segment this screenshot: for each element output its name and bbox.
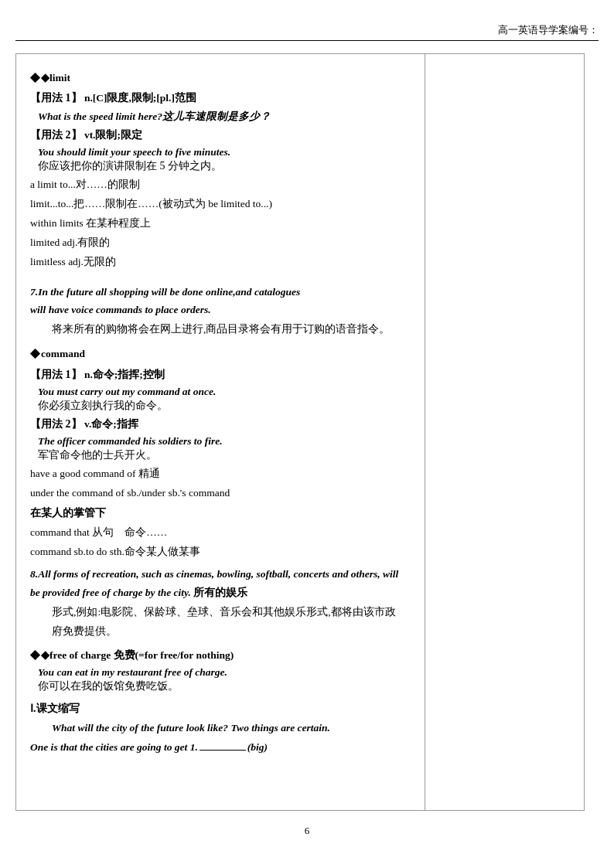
phrase-limited: limited adj.有限的: [30, 234, 411, 252]
phrase-under-command-cn: 在某人的掌管下: [30, 504, 411, 523]
command-title: ◆command: [30, 342, 411, 363]
usage2-bracket: 【用法 2】: [30, 129, 82, 141]
phrase-command-sb: command sb.to do sth.命令某人做某事: [30, 543, 411, 561]
command-usage1-label: 【用法 1】 n.命令;指挥;控制: [30, 366, 411, 383]
free-of-charge-example-en: You can eat in my restaurant free of cha…: [38, 666, 411, 679]
phrase-command-that: command that 从句 命令……: [30, 524, 411, 542]
phrase-a-limit: a limit to...对……的限制: [30, 176, 411, 194]
phrase-good-command: have a good command of 精通: [30, 465, 411, 483]
page-header: 高一英语导学案编号：: [15, 23, 599, 41]
fill-blank-1: [200, 750, 246, 751]
diamond-icon: ◆: [30, 70, 39, 83]
command-usage2-example-en: The officer commanded his soldiers to fi…: [38, 435, 411, 448]
phrase-under-command: under the command of sb./under sb.'s com…: [30, 485, 411, 502]
sentence7-block: 7.In the future all shopping will be don…: [30, 284, 411, 319]
right-panel: [425, 53, 585, 811]
limit-usage1-example: What is the speed limit here?这儿车速限制是多少？: [38, 110, 411, 124]
sentence7-cn: 将来所有的购物将会在网上进行,商品目录将会有用于订购的语音指令。: [30, 321, 411, 339]
free-of-charge-example-cn: 你可以在我的饭馆免费吃饭。: [38, 679, 411, 693]
phrase-within-limits: within limits 在某种程度上: [30, 215, 411, 233]
command-usage2-example-cn: 军官命令他的士兵开火。: [38, 448, 411, 462]
usage1-bracket: 【用法 1】: [30, 92, 82, 104]
summary-fill-text: One is that the cities are going to get …: [30, 741, 268, 753]
command-usage1-example-cn: 你必须立刻执行我的命令。: [38, 399, 411, 413]
sentence8-block: 8.All forms of recreation, such as cinem…: [30, 566, 411, 602]
content-area: ◆◆limit 【用法 1】 n.[C]限度,限制;[pl.]范围 What i…: [30, 66, 411, 757]
limit-usage2-example-en: You should limit your speech to five min…: [38, 146, 411, 158]
summary-sentence1: What will the city of the future look li…: [30, 720, 411, 737]
summary-label: Ⅰ.课文缩写: [30, 700, 411, 718]
command-usage1-bracket: 【用法 1】: [30, 369, 82, 380]
diamond-icon3: ◆: [30, 648, 39, 661]
sentence8-cn-suffix: 府免费提供。: [30, 623, 411, 641]
summary-fill: One is that the cities are going to get …: [30, 739, 411, 757]
command-usage2-label: 【用法 2】 v.命令;指挥: [30, 416, 411, 433]
phrase-limitless: limitless adj.无限的: [30, 254, 411, 271]
command-usage1-example-en: You must carry out my command at once.: [38, 386, 411, 398]
usage1-label: 【用法 1】 n.[C]限度,限制;[pl.]范围: [30, 90, 411, 107]
usage2-label: 【用法 2】 vt.限制;限定: [30, 127, 411, 144]
main-content-box: ◆◆limit 【用法 1】 n.[C]限度,限制;[pl.]范围 What i…: [15, 53, 425, 811]
diamond-icon2: ◆: [30, 346, 39, 359]
sentence8-cn-body: 形式,例如:电影院、保龄球、垒球、音乐会和其他娱乐形式,都将由该市政: [30, 604, 411, 621]
page-number: 6: [15, 825, 599, 837]
page-container: 高一英语导学案编号： ◆◆limit 【用法 1】 n.[C]限度,限制;[pl…: [0, 0, 614, 868]
phrase-limit-to: limit...to...把……限制在……(被动式为 be limited to…: [30, 196, 411, 213]
sentence7-en: 7.In the future all shopping will be don…: [30, 286, 300, 315]
free-of-charge-title: ◆◆free of charge 免费(=for free/for nothin…: [30, 644, 411, 665]
header-title: 高一英语导学案编号：: [498, 23, 599, 37]
limit-title: ◆◆limit: [30, 66, 411, 87]
limit-usage2-example-cn: 你应该把你的演讲限制在 5 分钟之内。: [38, 159, 411, 173]
gap1: [30, 273, 411, 282]
command-usage2-bracket: 【用法 2】: [30, 418, 82, 430]
